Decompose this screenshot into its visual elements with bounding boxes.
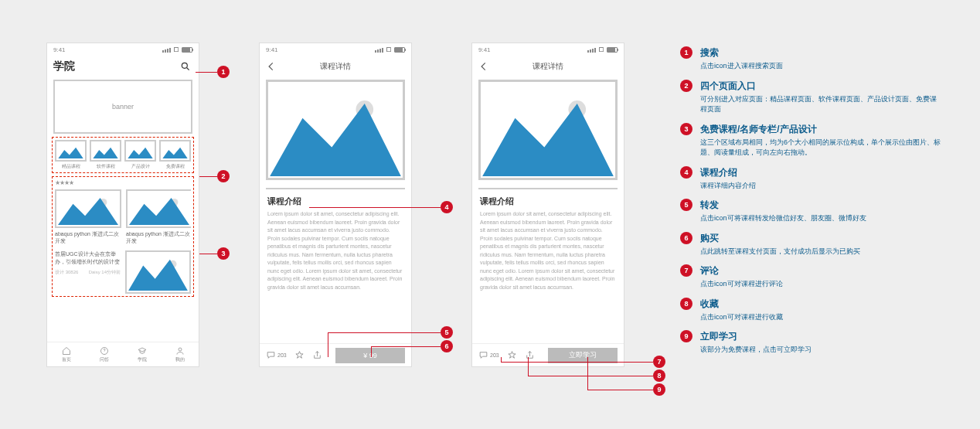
leader-line <box>371 346 441 347</box>
callout-5: 5 <box>441 326 453 339</box>
header-title: 课程详情 <box>533 61 563 72</box>
question-icon <box>100 346 109 356</box>
tab-me[interactable]: 我的 <box>161 342 199 366</box>
share-button[interactable] <box>525 350 535 360</box>
comment-button[interactable]: 203 <box>478 350 499 360</box>
news-text[interactable]: 首届UGC设计大会在京举办，引领增长时代的设计变 设计 30826Daisy 1… <box>55 250 121 294</box>
leader-line <box>528 357 529 376</box>
section-title: 课程介绍 <box>267 196 403 207</box>
signal-icon <box>162 48 171 53</box>
divider <box>478 188 618 189</box>
legend-row: 7评论点击icon可对课程进行评论 <box>680 264 943 290</box>
comment-icon <box>266 350 276 360</box>
legend-row: 9立即学习该部分为免费课程，点击可立即学习 <box>680 330 943 356</box>
phone-detail-paid: 9:41 ⧠ 课程详情 课程介绍 Lorem ipsum dolor sit a… <box>259 43 412 367</box>
svg-marker-16 <box>270 104 401 176</box>
legend-row: 3免费课程/名师专栏/产品设计这三个区域布局相同，均为6个大小相同的展示位构成，… <box>680 123 943 158</box>
legend-row: 1搜索点击icon进入课程搜索页面 <box>680 46 943 72</box>
wifi-icon: ⧠ <box>173 46 179 53</box>
user-icon <box>175 346 185 356</box>
buy-button[interactable]: ¥ 99 <box>335 348 405 363</box>
svg-point-14 <box>179 348 182 351</box>
tab-bar: 首页 问答 学院 我的 <box>47 342 199 366</box>
page-title: 学院 <box>53 60 75 73</box>
entry-item[interactable]: 免费课程 <box>159 140 191 170</box>
comment-icon <box>478 350 488 360</box>
leader-line <box>309 207 441 208</box>
legend-row: 5转发点击icon可将课程转发给微信好友、朋友圈、微博好友 <box>680 199 943 224</box>
learn-button[interactable]: 立即学习 <box>548 348 618 363</box>
tab-qa[interactable]: 问答 <box>85 342 123 366</box>
svg-marker-4 <box>128 147 153 158</box>
status-bar: 9:41 ⧠ <box>472 43 624 56</box>
search-icon <box>180 61 191 72</box>
legend-row: 6购买点此跳转至课程支付页面，支付成功后显示为已购买 <box>680 232 943 257</box>
course-description: Lorem ipsum dolor sit amet, consectetur … <box>267 210 403 291</box>
tab-school[interactable]: 学院 <box>123 342 161 366</box>
wifi-icon: ⧠ <box>386 46 392 53</box>
entries-row: 精品课程 软件课程 产品设计 免费课程 <box>52 137 194 173</box>
leader-line <box>501 357 502 362</box>
favorite-button[interactable] <box>294 350 305 360</box>
back-icon <box>266 61 277 72</box>
phone-detail-free: 9:41 ⧠ 课程详情 课程介绍 Lorem ipsum dolor sit a… <box>471 43 624 367</box>
wifi-icon: ⧠ <box>598 46 604 53</box>
leader-line <box>371 346 372 357</box>
banner[interactable]: banner <box>53 80 192 134</box>
share-icon <box>525 350 535 360</box>
leader-line <box>587 357 588 390</box>
entry-item[interactable]: 软件课程 <box>90 140 121 170</box>
signal-icon <box>587 48 596 53</box>
hero-image <box>266 80 405 180</box>
callout-8: 8 <box>653 369 665 382</box>
callout-2: 2 <box>217 170 230 182</box>
horizontal-cards[interactable]: abaqus python 渐进式二次开发 abaqus python 渐进式二… <box>55 189 191 244</box>
leader-line <box>501 362 653 363</box>
callout-4: 4 <box>441 201 453 213</box>
star-icon <box>294 350 305 360</box>
news-image[interactable] <box>125 250 191 294</box>
search-button[interactable] <box>179 60 192 73</box>
svg-marker-5 <box>162 147 188 158</box>
back-button[interactable] <box>266 61 277 73</box>
rating-stars: ★★★★ <box>55 179 191 186</box>
callout-3: 3 <box>217 247 230 260</box>
entry-item[interactable]: 产品设计 <box>124 140 156 170</box>
status-time: 9:41 <box>53 46 66 53</box>
course-card[interactable]: abaqus python 渐进式二次开发 <box>55 189 121 244</box>
battery-icon <box>394 47 405 53</box>
school-icon <box>138 346 147 356</box>
battery-icon <box>607 47 618 53</box>
legend: 1搜索点击icon进入课程搜索页面 2四个页面入口可分别进入对应页面：精品课程页… <box>680 46 943 363</box>
share-button[interactable] <box>312 350 322 360</box>
course-carousel: ★★★★ abaqus python 渐进式二次开发 abaqus python… <box>52 176 194 297</box>
leader-line <box>328 332 441 333</box>
tab-home[interactable]: 首页 <box>47 342 85 366</box>
svg-marker-7 <box>58 198 118 225</box>
leader-line <box>199 176 217 177</box>
svg-point-0 <box>182 63 187 68</box>
star-icon <box>507 350 517 360</box>
action-bar: 203 立即学习 <box>472 343 624 366</box>
divider <box>266 188 405 189</box>
back-button[interactable] <box>478 61 489 73</box>
back-icon <box>478 61 489 72</box>
section-title: 课程介绍 <box>480 196 616 207</box>
callout-9: 9 <box>653 383 665 396</box>
home-icon <box>62 346 71 356</box>
legend-row: 2四个页面入口可分别进入对应页面：精品课程页面、软件课程页面、产品设计页面、免费… <box>680 80 943 115</box>
header-title: 课程详情 <box>320 61 351 72</box>
entry-item[interactable]: 精品课程 <box>55 140 87 170</box>
comment-button[interactable]: 203 <box>266 350 287 360</box>
svg-marker-18 <box>482 104 614 176</box>
signal-icon <box>375 48 383 53</box>
status-bar: 9:41 ⧠ <box>47 43 199 56</box>
favorite-button[interactable] <box>507 350 517 360</box>
leader-line <box>528 376 653 376</box>
callout-7: 7 <box>653 356 665 368</box>
leader-line <box>587 390 653 390</box>
course-card[interactable]: abaqus python 渐进式二次开发 <box>126 189 191 244</box>
callout-6: 6 <box>441 340 453 352</box>
callout-1: 1 <box>217 66 230 78</box>
svg-line-1 <box>187 68 189 70</box>
